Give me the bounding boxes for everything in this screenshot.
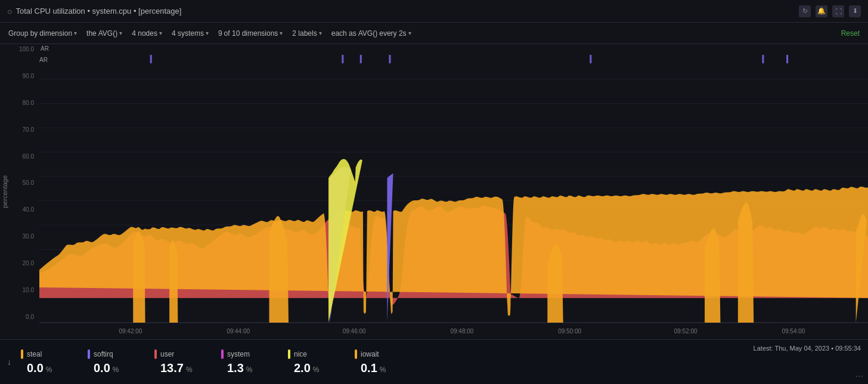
y-tick-80: 80.0: [10, 100, 36, 106]
systems-value: 4 systems: [172, 29, 204, 38]
alarm-icon[interactable]: 🔔: [816, 5, 827, 17]
time-axis: 09:42:00 09:44:00 09:46:00 09:48:00 09:5…: [39, 323, 868, 339]
legend-unit-nice: %: [313, 366, 320, 374]
each-avg: AVG(): [358, 29, 377, 38]
y-tick-70: 70.0: [10, 127, 36, 133]
legend-color-system: [221, 349, 224, 359]
each-prefix: each as: [331, 29, 356, 38]
chart-canvas-area[interactable]: 100.0 90.0 80.0 70.0 60.0 50.0 40.0 30.0…: [10, 44, 868, 323]
svg-rect-15: [590, 55, 591, 63]
annotation-label: AR: [41, 45, 49, 52]
legend-unit-softirq: %: [113, 366, 119, 374]
legend-header-user: user: [154, 349, 174, 359]
legend-header-nice: nice: [288, 349, 307, 359]
labels-selector[interactable]: 2 labels ▾: [289, 28, 325, 39]
legend-name-steal: steal: [27, 350, 42, 358]
time-label-0942: 09:42:00: [119, 328, 142, 335]
y-tick-30: 30.0: [10, 234, 36, 240]
legend-value-nice: 2.0 %: [288, 361, 319, 375]
legend-item-nice: nice 2.0 %: [288, 349, 336, 375]
svg-rect-16: [762, 55, 764, 63]
legend-color-nice: [288, 349, 290, 359]
time-label-0946: 09:46:00: [343, 328, 366, 335]
y-ticks: 100.0 90.0 80.0 70.0 60.0 50.0 40.0 30.0…: [10, 44, 36, 323]
legend-unit-iowait: %: [380, 366, 386, 374]
labels-chevron: ▾: [319, 30, 322, 36]
y-tick-90: 90.0: [10, 73, 36, 79]
legend-num-system: 1.3: [227, 361, 244, 375]
svg-rect-13: [360, 55, 362, 63]
each-chevron: ▾: [408, 30, 411, 36]
time-label-0950: 09:50:00: [558, 328, 581, 335]
groupby-selector[interactable]: Group by dimension ▾: [5, 28, 80, 39]
latest-time-value: Thu, May 04, 2023 • 09:55:34: [774, 345, 861, 352]
legend-name-user: user: [160, 350, 174, 358]
dimensions-prefix: 9: [218, 29, 222, 38]
legend-header-steal: steal: [21, 349, 42, 359]
legend-color-steal: [21, 349, 23, 359]
more-options-button[interactable]: ···: [855, 371, 863, 382]
y-tick-100: 100.0: [10, 47, 36, 52]
legend-color-softirq: [88, 349, 90, 359]
legend-item-user: user 13.7 %: [154, 349, 202, 375]
nodes-selector[interactable]: 4 nodes ▾: [128, 28, 166, 39]
title-right: ↻ 🔔 ⛶ ⬇: [799, 5, 861, 17]
refresh-icon[interactable]: ↻: [799, 5, 811, 17]
legend-value-softirq: 0.0 %: [88, 361, 119, 375]
svg-rect-12: [342, 55, 343, 63]
each-selector[interactable]: each as AVG() every 2s ▾: [328, 28, 415, 39]
groupby-value: dimension: [39, 29, 72, 38]
time-label-0952: 09:52:00: [674, 328, 698, 335]
legend-name-softirq: softirq: [94, 350, 113, 358]
y-tick-40: 40.0: [10, 207, 36, 213]
legend-bar: ↓ steal 0.0 % softirq 0.0 %: [0, 339, 868, 384]
legend-value-user: 13.7 %: [154, 361, 193, 375]
y-axis-label: percentage: [0, 44, 10, 339]
legend-header-system: system: [221, 349, 250, 359]
time-label-0954: 09:54:00: [782, 328, 805, 335]
download-icon[interactable]: ⬇: [849, 5, 861, 17]
avg-value: AVG(): [98, 29, 117, 38]
chart-svg: AR: [39, 55, 868, 323]
avg-selector[interactable]: the AVG() ▾: [83, 28, 126, 39]
legend-name-system: system: [227, 350, 250, 358]
dimensions-value: of 10 dimensions: [224, 29, 278, 38]
dimensions-selector[interactable]: 9 of 10 dimensions ▾: [215, 28, 286, 39]
nodes-chevron: ▾: [159, 30, 162, 36]
download-arrow-icon[interactable]: ↓: [7, 357, 11, 367]
legend-header-iowait: iowait: [355, 349, 379, 359]
main-container: ○ Total CPU utilization • system.cpu • […: [0, 0, 868, 384]
chart-wrapper: percentage 100.0 90.0 80.0 70.0 60.0 50.…: [0, 44, 868, 339]
legend-color-user: [154, 349, 157, 359]
svg-rect-17: [786, 55, 788, 63]
latest-time: Latest: Thu, May 04, 2023 • 09:55:34: [754, 345, 861, 352]
legend-num-steal: 0.0: [27, 361, 44, 375]
legend-num-softirq: 0.0: [94, 361, 110, 375]
chart-title: Total CPU utilization • system.cpu • [pe…: [16, 7, 181, 16]
legend-header-softirq: softirq: [88, 349, 113, 359]
legend-color-iowait: [355, 349, 357, 359]
legend-value-system: 1.3 %: [221, 361, 252, 375]
reset-button[interactable]: Reset: [838, 28, 863, 39]
legend-num-user: 13.7: [160, 361, 184, 375]
groupby-prefix: Group by: [8, 29, 38, 38]
toolbar: Group by dimension ▾ the AVG() ▾ 4 nodes…: [0, 23, 868, 44]
chart-icon: ○: [7, 7, 12, 16]
legend-item-system: system 1.3 %: [221, 349, 269, 375]
y-tick-0: 0.0: [10, 314, 36, 320]
legend-name-nice: nice: [294, 350, 307, 358]
legend-num-nice: 2.0: [294, 361, 311, 375]
y-tick-60: 60.0: [10, 154, 36, 160]
each-suffix: every 2s: [379, 29, 406, 38]
systems-selector[interactable]: 4 systems ▾: [168, 28, 212, 39]
legend-item-steal: steal 0.0 %: [21, 349, 69, 375]
expand-icon[interactable]: ⛶: [832, 5, 844, 17]
title-left: ○ Total CPU utilization • system.cpu • […: [7, 7, 181, 16]
legend-num-iowait: 0.1: [361, 361, 377, 375]
systems-chevron: ▾: [206, 30, 209, 36]
chart-inner: 100.0 90.0 80.0 70.0 60.0 50.0 40.0 30.0…: [10, 44, 868, 339]
title-bar: ○ Total CPU utilization • system.cpu • […: [0, 0, 868, 23]
legend-value-iowait: 0.1 %: [355, 361, 386, 375]
svg-rect-14: [389, 55, 390, 63]
svg-text:AR: AR: [39, 55, 48, 63]
